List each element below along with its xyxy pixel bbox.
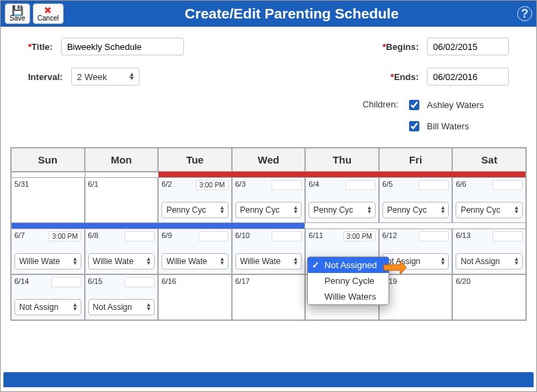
calendar-cell: 6/14.Not Assign▲▼ bbox=[11, 274, 85, 320]
child-name: Ashley Waters bbox=[427, 100, 484, 110]
cell-assign-select[interactable]: Not Assign▲▼ bbox=[88, 299, 155, 315]
interval-label: Interval: bbox=[28, 72, 63, 82]
day-header: Thu bbox=[305, 148, 379, 172]
chevron-updown-icon: ▲▼ bbox=[146, 257, 151, 265]
chevron-updown-icon: ▲▼ bbox=[293, 257, 298, 265]
cell-time[interactable]: . bbox=[51, 277, 81, 287]
calendar-header: SunMonTueWedThuFriSat bbox=[11, 148, 526, 172]
cell-time[interactable]: . bbox=[198, 231, 228, 241]
chevron-updown-icon: ▲▼ bbox=[367, 206, 372, 214]
cell-time[interactable]: . bbox=[419, 180, 449, 190]
field-children: Children: Ashley WatersBill Waters bbox=[283, 98, 510, 133]
field-interval: Interval: 2 Week ▲▼ bbox=[28, 68, 255, 86]
cell-assign-select[interactable]: Not Assign▲▼ bbox=[456, 253, 523, 270]
cell-time[interactable]: . bbox=[493, 180, 523, 190]
chevron-updown-icon: ▲▼ bbox=[514, 257, 519, 265]
calendar-cell: 6/19 bbox=[379, 274, 453, 320]
assign-dropdown[interactable]: Not AssignedPenny CycleWillie Waters bbox=[307, 257, 389, 305]
calendar-cell: 6/6.Penny Cyc▲▼ bbox=[452, 177, 526, 223]
calendar-cell: 5/31 bbox=[11, 177, 85, 223]
calendar-cell: 6/10.Willie Wate▲▼ bbox=[232, 228, 306, 274]
child-checkbox[interactable] bbox=[409, 100, 419, 110]
cell-time[interactable]: . bbox=[125, 277, 155, 287]
day-header: Wed bbox=[232, 148, 306, 172]
field-ends: *Ends: bbox=[283, 68, 510, 86]
cell-assign-select[interactable]: Penny Cyc▲▼ bbox=[235, 202, 302, 218]
chevron-updown-icon: ▲▼ bbox=[441, 206, 446, 214]
save-label: Save bbox=[10, 15, 25, 22]
cell-assign-select[interactable]: Penny Cyc▲▼ bbox=[382, 202, 449, 218]
day-header: Tue bbox=[158, 148, 232, 172]
cell-assign-select[interactable]: Willie Wate▲▼ bbox=[235, 253, 302, 270]
interval-select[interactable]: 2 Week ▲▼ bbox=[71, 68, 140, 86]
dropdown-option[interactable]: Willie Waters bbox=[308, 289, 389, 304]
help-icon[interactable]: ? bbox=[517, 6, 532, 21]
cell-time[interactable]: . bbox=[272, 231, 302, 241]
cell-assign-select[interactable]: Willie Wate▲▼ bbox=[161, 253, 228, 270]
form-area: *Title: *Begins: Interval: 2 Week ▲▼ *En… bbox=[1, 27, 536, 140]
cell-assign-select[interactable]: Willie Wate▲▼ bbox=[14, 253, 81, 270]
save-icon: 💾 bbox=[12, 5, 23, 15]
begins-input[interactable] bbox=[427, 38, 509, 55]
cell-date: 6/20 bbox=[456, 277, 523, 285]
cell-assign-select[interactable]: Penny Cyc▲▼ bbox=[309, 202, 376, 218]
cell-time[interactable]: . bbox=[125, 231, 155, 241]
cell-date: 6/1 bbox=[88, 180, 155, 188]
cell-assign-select[interactable]: Willie Wate▲▼ bbox=[88, 253, 155, 270]
calendar-cell: 6/5.Penny Cyc▲▼ bbox=[379, 177, 453, 223]
dropdown-option[interactable]: Not Assigned bbox=[308, 257, 389, 273]
field-begins: *Begins: bbox=[283, 38, 510, 55]
cell-time[interactable]: . bbox=[345, 180, 376, 190]
day-header: Sat bbox=[452, 148, 526, 172]
ends-input[interactable] bbox=[427, 68, 509, 86]
begins-label: *Begins: bbox=[382, 42, 419, 52]
cell-assign-select[interactable]: ot Assign▲▼ bbox=[382, 253, 449, 270]
calendar-cell: 6/1 bbox=[85, 177, 159, 223]
child-checkbox[interactable] bbox=[409, 121, 419, 131]
cell-date: 6/17 bbox=[235, 277, 302, 285]
calendar-cell: 6/13.Not Assign▲▼ bbox=[452, 228, 526, 274]
ends-label: *Ends: bbox=[391, 72, 419, 82]
title-input[interactable] bbox=[61, 38, 184, 55]
calendar-cell: 6/12.ot Assign▲▼ bbox=[379, 228, 453, 274]
title-label: *Title: bbox=[28, 42, 53, 52]
chevron-updown-icon: ▲▼ bbox=[146, 303, 151, 311]
cancel-label: Cancel bbox=[38, 15, 59, 22]
calendar: SunMonTueWedThuFriSat 5/316/16/23:00 PMP… bbox=[10, 147, 527, 321]
cell-time[interactable]: 3:00 PM bbox=[49, 231, 81, 241]
child-item: Ashley Waters bbox=[406, 98, 484, 112]
calendar-cell: 6/113:00 PMNot AssignedPenny CycleWillie… bbox=[305, 228, 379, 274]
calendar-cell: 6/73:00 PMWillie Wate▲▼ bbox=[11, 228, 85, 274]
calendar-cell: 6/9.Willie Wate▲▼ bbox=[158, 228, 232, 274]
save-button[interactable]: 💾 Save bbox=[5, 3, 30, 24]
cell-time[interactable]: . bbox=[419, 231, 449, 241]
calendar-cell: 6/23:00 PMPenny Cyc▲▼ bbox=[158, 177, 232, 223]
chevron-updown-icon: ▲▼ bbox=[73, 303, 78, 311]
cell-date: 6/16 bbox=[161, 277, 228, 285]
chevron-updown-icon: ▲▼ bbox=[441, 257, 446, 265]
titlebar: 💾 Save ✖ Cancel Create/Edit Parenting Sc… bbox=[1, 1, 536, 27]
cell-time[interactable]: . bbox=[493, 231, 523, 241]
calendar-cell: 6/17 bbox=[232, 274, 306, 320]
calendar-cell: 6/16 bbox=[158, 274, 232, 320]
cell-assign-select[interactable]: Penny Cyc▲▼ bbox=[456, 202, 523, 218]
week-strip bbox=[158, 172, 526, 177]
field-title: *Title: bbox=[28, 38, 255, 55]
chevron-updown-icon: ▲▼ bbox=[293, 206, 298, 214]
day-header: Mon bbox=[85, 148, 159, 172]
calendar-cell: 6/4.Penny Cyc▲▼ bbox=[305, 177, 379, 223]
child-item: Bill Waters bbox=[406, 119, 469, 133]
day-header: Fri bbox=[379, 148, 453, 172]
cell-time[interactable]: 3:00 PM bbox=[196, 180, 228, 190]
child-name: Bill Waters bbox=[427, 121, 469, 131]
cell-assign-select[interactable]: Not Assign▲▼ bbox=[14, 299, 81, 315]
calendar-cell: 6/15.Not Assign▲▼ bbox=[85, 274, 159, 320]
cancel-button[interactable]: ✖ Cancel bbox=[33, 3, 64, 24]
calendar-body: 5/316/16/23:00 PMPenny Cyc▲▼6/3.Penny Cy… bbox=[11, 172, 526, 320]
cell-assign-select[interactable]: Penny Cyc▲▼ bbox=[161, 202, 228, 218]
cell-date: 6/19 bbox=[382, 277, 449, 285]
cell-time[interactable]: . bbox=[272, 180, 302, 190]
cell-time[interactable]: 3:00 PM bbox=[343, 231, 376, 241]
cancel-icon: ✖ bbox=[44, 5, 52, 15]
dropdown-option[interactable]: Penny Cycle bbox=[308, 273, 389, 289]
